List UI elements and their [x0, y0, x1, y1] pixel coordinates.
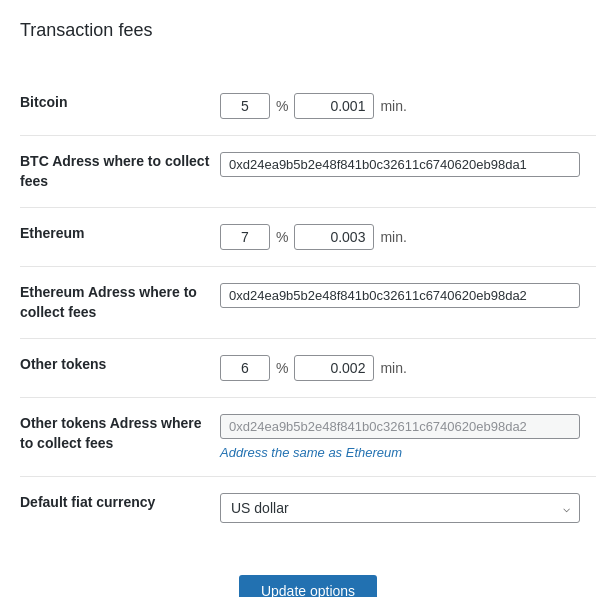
bitcoin-min-input[interactable] [294, 93, 374, 119]
bitcoin-fields: % min. [220, 77, 596, 136]
btc-address-field [220, 136, 596, 208]
other-tokens-min-label: min. [380, 360, 406, 376]
settings-form: Bitcoin % min. BTC Adress where to colle… [20, 77, 596, 539]
fiat-currency-select-wrapper: US dollar Euro British Pound Japanese Ye… [220, 493, 580, 523]
other-address-field: Address the same as Ethereum [220, 398, 596, 477]
other-tokens-row: Other tokens % min. [20, 339, 596, 398]
ethereum-row: Ethereum % min. [20, 208, 596, 267]
ethereum-min-label: min. [380, 229, 406, 245]
ethereum-percent-input[interactable] [220, 224, 270, 250]
other-tokens-percent-input[interactable] [220, 355, 270, 381]
bitcoin-row: Bitcoin % min. [20, 77, 596, 136]
eth-address-row: Ethereum Adress where to collect fees [20, 267, 596, 339]
bitcoin-percent-symbol: % [276, 98, 288, 114]
update-options-button[interactable]: Update options [239, 575, 377, 597]
other-address-row: Other tokens Adress where to collect fee… [20, 398, 596, 477]
eth-address-label: Ethereum Adress where to collect fees [20, 267, 220, 339]
other-address-input[interactable] [220, 414, 580, 439]
other-tokens-min-input[interactable] [294, 355, 374, 381]
btc-address-input[interactable] [220, 152, 580, 177]
btc-address-label: BTC Adress where to collect fees [20, 136, 220, 208]
fiat-currency-row: Default fiat currency US dollar Euro Bri… [20, 477, 596, 540]
bitcoin-percent-input[interactable] [220, 93, 270, 119]
ethereum-label: Ethereum [20, 208, 220, 267]
eth-address-input[interactable] [220, 283, 580, 308]
btc-address-row: BTC Adress where to collect fees [20, 136, 596, 208]
other-address-hint: Address the same as Ethereum [220, 445, 596, 460]
ethereum-percent-symbol: % [276, 229, 288, 245]
submit-row: Update options [20, 559, 596, 597]
fiat-currency-field: US dollar Euro British Pound Japanese Ye… [220, 477, 596, 540]
ethereum-fields: % min. [220, 208, 596, 267]
fiat-currency-label: Default fiat currency [20, 477, 220, 540]
other-tokens-fields: % min. [220, 339, 596, 398]
other-address-label: Other tokens Adress where to collect fee… [20, 398, 220, 477]
bitcoin-min-label: min. [380, 98, 406, 114]
bitcoin-label: Bitcoin [20, 77, 220, 136]
page-title: Transaction fees [20, 20, 596, 53]
other-tokens-label: Other tokens [20, 339, 220, 398]
ethereum-min-input[interactable] [294, 224, 374, 250]
other-tokens-percent-symbol: % [276, 360, 288, 376]
fiat-currency-select[interactable]: US dollar Euro British Pound Japanese Ye… [220, 493, 580, 523]
eth-address-field [220, 267, 596, 339]
